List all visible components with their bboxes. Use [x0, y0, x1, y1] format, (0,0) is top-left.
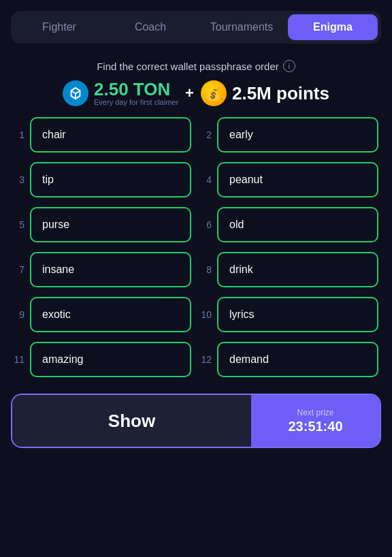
word-box-3[interactable]: tip — [30, 162, 191, 197]
word-grid: 1 chair 2 early 3 tip 4 peanut 5 purse 6… — [11, 117, 381, 377]
word-number-9: 9 — [14, 309, 24, 320]
word-number-11: 11 — [14, 354, 24, 365]
word-box-11[interactable]: amazing — [30, 342, 191, 377]
tab-tournaments[interactable]: Tournaments — [197, 14, 287, 40]
word-number-8: 8 — [201, 264, 212, 275]
prize-row: 2.50 TON Every day for first claimer + 💰… — [11, 80, 381, 106]
tab-coach[interactable]: Coach — [105, 14, 195, 40]
word-item-6: 6 old — [201, 207, 378, 242]
word-item-11: 11 amazing — [14, 342, 191, 377]
coin-icon: 💰 — [201, 80, 227, 106]
word-box-6[interactable]: old — [217, 207, 378, 242]
show-button-container: Show Next prize 23:51:40 — [11, 394, 381, 448]
ton-subtitle: Every day for first claimer — [94, 98, 178, 106]
next-prize-timer: 23:51:40 — [288, 419, 342, 434]
ton-amount: 2.50 TON — [94, 80, 170, 98]
plus-sign: + — [185, 84, 194, 102]
points-prize: 💰 2.5M points — [201, 80, 329, 106]
ton-prize: 2.50 TON Every day for first claimer — [63, 80, 178, 106]
ton-icon — [63, 80, 88, 106]
header-title: Find the correct wallet passphrase order… — [11, 60, 381, 72]
word-item-9: 9 exotic — [14, 297, 191, 332]
next-prize-label: Next prize — [297, 408, 333, 417]
word-box-5[interactable]: purse — [30, 207, 191, 242]
word-number-5: 5 — [14, 219, 24, 230]
points-amount: 2.5M points — [232, 83, 329, 104]
show-button[interactable]: Show — [12, 395, 251, 447]
word-item-3: 3 tip — [14, 162, 191, 197]
word-number-10: 10 — [201, 309, 212, 320]
next-prize-panel: Next prize 23:51:40 — [251, 395, 380, 447]
word-item-7: 7 insane — [14, 252, 191, 287]
info-icon[interactable]: i — [283, 60, 295, 72]
tab-enigma[interactable]: Enigma — [288, 14, 378, 40]
word-box-10[interactable]: lyrics — [217, 297, 378, 332]
word-box-1[interactable]: chair — [30, 117, 191, 153]
header-title-text: Find the correct wallet passphrase order — [97, 61, 279, 72]
tab-bar: Fighter Coach Tournaments Enigma — [11, 11, 381, 44]
word-item-10: 10 lyrics — [201, 297, 378, 332]
word-number-4: 4 — [201, 174, 212, 185]
word-box-8[interactable]: drink — [217, 252, 378, 287]
word-item-2: 2 early — [201, 117, 378, 153]
word-number-7: 7 — [14, 264, 24, 275]
word-item-1: 1 chair — [14, 117, 191, 153]
word-box-2[interactable]: early — [217, 117, 378, 153]
word-box-4[interactable]: peanut — [217, 162, 378, 197]
word-item-5: 5 purse — [14, 207, 191, 242]
word-box-12[interactable]: demand — [217, 342, 378, 377]
word-item-4: 4 peanut — [201, 162, 378, 197]
word-number-6: 6 — [201, 219, 212, 230]
word-item-12: 12 demand — [201, 342, 378, 377]
word-number-2: 2 — [201, 129, 212, 140]
ton-text-block: 2.50 TON Every day for first claimer — [94, 80, 178, 106]
word-number-3: 3 — [14, 174, 24, 185]
word-number-12: 12 — [201, 354, 212, 365]
word-box-7[interactable]: insane — [30, 252, 191, 287]
enigma-header: Find the correct wallet passphrase order… — [11, 60, 381, 106]
word-box-9[interactable]: exotic — [30, 297, 191, 332]
tab-fighter[interactable]: Fighter — [14, 14, 104, 40]
word-number-1: 1 — [14, 129, 24, 140]
word-item-8: 8 drink — [201, 252, 378, 287]
